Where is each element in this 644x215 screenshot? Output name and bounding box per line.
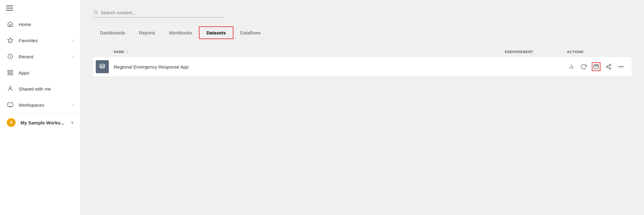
datasets-table: NAME ↑ ENDORSEMENT ACTIONS Regional Emer… [93, 47, 632, 76]
svg-rect-5 [8, 73, 10, 75]
svg-marker-1 [8, 38, 13, 43]
workspaces-icon [7, 102, 14, 108]
sidebar-item-recent[interactable]: Recent › [0, 48, 80, 65]
analyze-button[interactable] [567, 62, 576, 71]
svg-point-14 [100, 64, 105, 66]
recent-icon [7, 53, 14, 60]
tab-dataflows[interactable]: Dataflows [233, 26, 268, 39]
hamburger-icon [6, 6, 13, 11]
svg-point-28 [621, 66, 622, 67]
svg-rect-4 [11, 70, 13, 72]
table-header: NAME ↑ ENDORSEMENT ACTIONS [93, 47, 632, 57]
sidebar-nav: Home Favorites › Recent › [0, 16, 80, 215]
tab-workbooks[interactable]: Workbooks [162, 26, 199, 39]
sidebar-label-workspaces: Workspaces [19, 102, 44, 108]
col-header-name: NAME [114, 50, 125, 54]
dataset-actions [567, 62, 629, 71]
svg-point-23 [606, 66, 608, 68]
more-options-button[interactable] [617, 62, 625, 71]
svg-point-29 [623, 66, 623, 67]
sidebar-label-favorites: Favorites [19, 38, 38, 43]
workspace-label: My Sample Works... [21, 120, 64, 125]
chevron-icon-workspace: ∨ [71, 120, 74, 125]
table-row: Regional Emergency Response App [93, 57, 632, 76]
svg-point-22 [610, 64, 611, 66]
sidebar-label-shared: Shared with me [19, 86, 51, 92]
svg-point-24 [610, 68, 611, 69]
apps-icon [7, 69, 14, 76]
main-content: Dashboards Reports Workbooks Datasets Da… [81, 0, 644, 215]
search-bar [93, 9, 224, 18]
svg-line-26 [608, 65, 610, 66]
svg-point-7 [9, 87, 12, 89]
tab-datasets[interactable]: Datasets [199, 26, 233, 39]
tab-bar: Dashboards Reports Workbooks Datasets Da… [93, 26, 632, 39]
share-button[interactable] [604, 62, 613, 71]
sidebar-item-apps[interactable]: Apps [0, 65, 80, 81]
svg-rect-0 [10, 25, 11, 27]
sidebar: Home Favorites › Recent › [0, 0, 81, 215]
svg-point-11 [10, 121, 12, 123]
shared-icon [7, 86, 14, 92]
chevron-icon-workspaces: › [72, 103, 74, 107]
dataset-icon [96, 60, 109, 73]
favorites-icon [7, 37, 14, 43]
chevron-icon-recent: › [72, 54, 74, 59]
sidebar-item-workspaces[interactable]: Workspaces › [0, 97, 80, 113]
search-icon [93, 9, 98, 16]
col-header-endorsement: ENDORSEMENT [505, 50, 567, 54]
svg-line-25 [608, 67, 610, 68]
col-header-actions: ACTIONS [567, 50, 629, 54]
svg-rect-8 [8, 103, 13, 106]
svg-rect-3 [8, 70, 10, 72]
dataset-name: Regional Emergency Response App [114, 64, 505, 69]
sidebar-label-apps: Apps [19, 70, 29, 75]
svg-rect-18 [594, 65, 599, 69]
schedule-refresh-button[interactable] [592, 62, 600, 71]
tab-reports[interactable]: Reports [132, 26, 162, 39]
sidebar-label-home: Home [19, 22, 31, 27]
svg-point-12 [94, 10, 97, 13]
tab-dashboards[interactable]: Dashboards [93, 26, 132, 39]
chevron-icon-favorites: › [72, 38, 74, 43]
sidebar-item-shared[interactable]: Shared with me [0, 81, 80, 97]
workspace-avatar [7, 118, 16, 127]
sidebar-item-home[interactable]: Home [0, 16, 80, 32]
sidebar-item-my-workspace[interactable]: My Sample Works... ∨ [0, 113, 80, 132]
svg-line-13 [97, 13, 98, 14]
svg-point-27 [619, 66, 620, 67]
sidebar-label-recent: Recent [19, 54, 34, 59]
home-icon [7, 21, 14, 27]
search-input[interactable] [101, 10, 224, 15]
refresh-button[interactable] [579, 62, 588, 71]
svg-rect-6 [11, 73, 13, 75]
sidebar-item-favorites[interactable]: Favorites › [0, 32, 80, 48]
hamburger-button[interactable] [0, 0, 80, 16]
sort-arrow-icon: ↑ [126, 50, 129, 54]
